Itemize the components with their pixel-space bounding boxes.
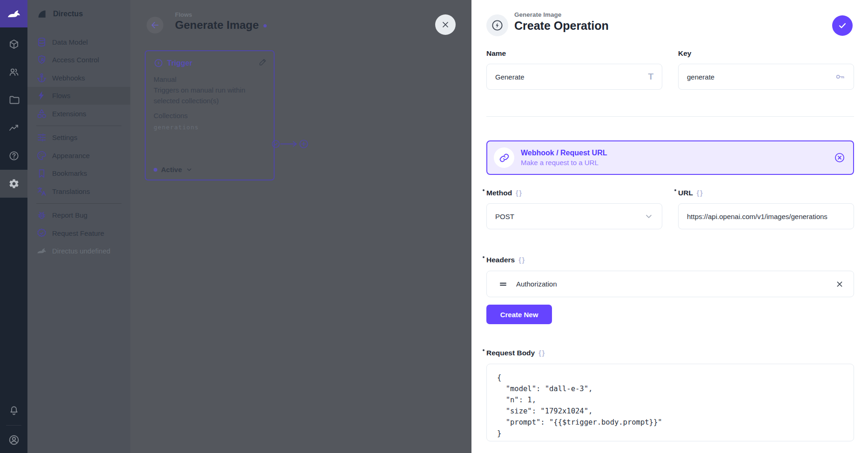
arrow-left-icon: [150, 20, 160, 30]
key-icon: [835, 72, 845, 82]
save-button[interactable]: [832, 15, 853, 36]
module-content[interactable]: [0, 30, 27, 58]
drawer-title: Create Operation: [514, 19, 609, 33]
directus-logo-button[interactable]: [0, 0, 27, 27]
sidebar-item-access-control[interactable]: Access Control: [27, 51, 130, 69]
bug-icon: [36, 210, 47, 220]
project-name: Directus: [53, 10, 83, 18]
raw-value-toggle-icon[interactable]: {}: [697, 189, 704, 197]
sidebar-item-label: Report Bug: [52, 211, 87, 219]
account-circle-icon: [8, 434, 20, 446]
page-title: Generate Image: [175, 19, 259, 32]
raw-value-toggle-icon[interactable]: {}: [516, 189, 523, 197]
close-drawer-button[interactable]: [435, 14, 456, 35]
request-body-field: Request Body {} { "model": "dall-e-3", "…: [486, 349, 854, 441]
url-input[interactable]: [687, 213, 845, 220]
sidebar-item-flows[interactable]: Flows: [27, 87, 130, 105]
key-input[interactable]: [687, 73, 830, 81]
module-users[interactable]: [0, 58, 27, 86]
anchor-icon: [36, 73, 47, 83]
remove-header-icon[interactable]: [835, 280, 844, 289]
sidebar-item-extensions[interactable]: Extensions: [27, 105, 130, 123]
request-body-label: Request Body: [486, 349, 535, 357]
sidebar-item-translations[interactable]: Translations: [27, 182, 130, 200]
tune-icon: [36, 132, 47, 143]
request-body-code[interactable]: { "model": "dall-e-3", "n": 1, "size": "…: [487, 364, 854, 441]
close-icon: [441, 20, 450, 29]
key-field: Key: [678, 49, 854, 90]
bolt-circle-icon: [491, 19, 504, 32]
add-operation-plus-icon[interactable]: [298, 139, 309, 149]
raw-value-toggle-icon[interactable]: {}: [538, 349, 545, 357]
unsaved-changes-dot: [263, 24, 267, 27]
sidebar-divider: [36, 126, 121, 126]
shapes-icon: [36, 108, 47, 119]
sidebar-item-label: Flows: [52, 92, 70, 100]
palette-icon: [36, 150, 47, 161]
insights-icon: [8, 122, 20, 133]
notifications-bell-icon: [8, 405, 20, 416]
sidebar-item-bookmarks[interactable]: Bookmarks: [27, 165, 130, 183]
folder-icon: [8, 94, 20, 106]
method-select[interactable]: POST: [486, 203, 662, 229]
header-row-value: Authorization: [516, 280, 827, 288]
name-input[interactable]: [495, 73, 643, 81]
url-input-box[interactable]: [678, 203, 854, 229]
module-help[interactable]: [0, 142, 27, 170]
sidebar-item-appearance[interactable]: Appearance: [27, 147, 130, 165]
check-icon: [837, 20, 848, 31]
method-value: POST: [495, 213, 639, 220]
sidebar-item-data-model[interactable]: Data Model: [27, 33, 130, 51]
notifications-button[interactable]: [0, 398, 27, 424]
operation-icon-circle: [486, 14, 508, 36]
project-header[interactable]: Directus: [27, 0, 130, 28]
trigger-type-value: Manual: [154, 74, 267, 85]
headers-field: Headers {} Authorization: [486, 256, 854, 297]
trigger-panel[interactable]: Trigger Manual Triggers on manual run wi…: [145, 50, 275, 180]
back-button[interactable]: [147, 17, 163, 33]
sidebar-item-label: Bookmarks: [52, 169, 87, 177]
drawer-breadcrumb: Generate Image: [514, 11, 561, 18]
name-field: Name T: [486, 49, 662, 90]
operation-type-card[interactable]: Webhook / Request URL Make a request to …: [486, 140, 854, 175]
breadcrumb[interactable]: Flows: [175, 11, 192, 18]
cube-icon: [8, 39, 20, 50]
sidebar-divider: [36, 203, 121, 204]
trigger-panel-title: Trigger: [167, 59, 192, 67]
signal-wedge-icon: [37, 9, 47, 19]
sidebar-item-webhooks[interactable]: Webhooks: [27, 69, 130, 87]
status-dot: [154, 168, 157, 172]
flow-status-toggle[interactable]: Active: [154, 166, 193, 173]
method-field: Method {} POST: [486, 189, 662, 229]
sidebar-item-request-feature[interactable]: Request Feature: [27, 224, 130, 242]
url-field: URL {}: [678, 189, 854, 229]
seal-check-icon: [36, 228, 47, 239]
key-label: Key: [678, 49, 691, 58]
sidebar-item-label: Access Control: [52, 56, 99, 64]
name-input-box[interactable]: T: [486, 64, 662, 90]
shield-user-icon: [36, 54, 47, 65]
key-input-box[interactable]: [678, 64, 854, 90]
sidebar-item-settings[interactable]: Settings: [27, 129, 130, 147]
url-label: URL: [678, 189, 693, 197]
request-body-editor[interactable]: { "model": "dall-e-3", "n": 1, "size": "…: [486, 364, 854, 441]
create-new-button[interactable]: Create New: [486, 305, 552, 324]
chevron-down-icon: [644, 212, 653, 221]
sidebar-item-report-bug[interactable]: Report Bug: [27, 207, 130, 225]
module-files[interactable]: [0, 86, 27, 114]
edit-pencil-icon[interactable]: [258, 57, 268, 67]
sidebar-item-label: Directus undefined: [52, 247, 110, 255]
sidebar-item-label: Webhooks: [52, 74, 85, 82]
account-button[interactable]: [0, 427, 27, 453]
rabbit-icon: [36, 246, 47, 256]
raw-value-toggle-icon[interactable]: {}: [518, 256, 525, 264]
header-row[interactable]: Authorization: [486, 271, 854, 297]
deselect-circle-x-icon[interactable]: [834, 152, 846, 164]
module-insights[interactable]: [0, 114, 27, 142]
module-settings[interactable]: [0, 170, 27, 198]
sidebar-item-directus-version[interactable]: Directus undefined: [27, 242, 130, 260]
trigger-description: Triggers on manual run within selected c…: [154, 85, 267, 106]
operation-type-title: Webhook / Request URL: [521, 149, 607, 157]
drag-handle-icon[interactable]: [498, 279, 508, 289]
module-bar: [0, 0, 27, 453]
